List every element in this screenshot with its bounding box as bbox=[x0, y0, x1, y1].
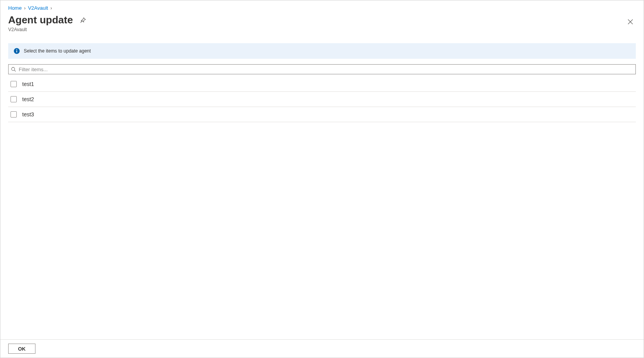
item-label: test2 bbox=[22, 96, 34, 102]
info-banner-text: Select the items to update agent bbox=[24, 48, 91, 54]
close-button[interactable] bbox=[625, 16, 636, 27]
list-item[interactable]: test1 bbox=[8, 77, 636, 92]
item-checkbox[interactable] bbox=[11, 81, 17, 87]
footer: OK bbox=[0, 339, 644, 358]
list-item[interactable]: test2 bbox=[8, 92, 636, 107]
filter-input-wrap bbox=[8, 64, 636, 74]
breadcrumb-link-vault[interactable]: V2Avault bbox=[28, 5, 48, 11]
page-header: Agent update V2Avault bbox=[0, 12, 644, 35]
search-icon bbox=[11, 67, 16, 72]
svg-point-5 bbox=[12, 67, 15, 70]
pin-button[interactable] bbox=[78, 16, 88, 25]
pin-icon bbox=[80, 17, 86, 23]
svg-point-4 bbox=[16, 49, 17, 50]
svg-rect-3 bbox=[16, 51, 17, 53]
info-banner: Select the items to update agent bbox=[8, 43, 636, 59]
breadcrumb: Home › V2Avault › bbox=[0, 0, 644, 12]
svg-line-6 bbox=[14, 70, 16, 71]
page-subtitle: V2Avault bbox=[8, 27, 88, 32]
item-checkbox[interactable] bbox=[11, 96, 17, 102]
item-checkbox[interactable] bbox=[11, 111, 17, 118]
chevron-right-icon: › bbox=[24, 5, 26, 11]
filter-input[interactable] bbox=[8, 64, 636, 74]
close-icon bbox=[628, 19, 633, 25]
list-item[interactable]: test3 bbox=[8, 107, 636, 122]
item-label: test3 bbox=[22, 111, 34, 118]
info-icon bbox=[14, 48, 20, 54]
breadcrumb-link-home[interactable]: Home bbox=[8, 5, 22, 11]
ok-button[interactable]: OK bbox=[8, 344, 35, 354]
chevron-right-icon: › bbox=[50, 5, 52, 11]
page-root: Home › V2Avault › Agent update V2Avault bbox=[0, 0, 644, 358]
item-label: test1 bbox=[22, 81, 34, 87]
item-list: test1 test2 test3 bbox=[8, 77, 636, 339]
page-title: Agent update bbox=[8, 14, 73, 26]
